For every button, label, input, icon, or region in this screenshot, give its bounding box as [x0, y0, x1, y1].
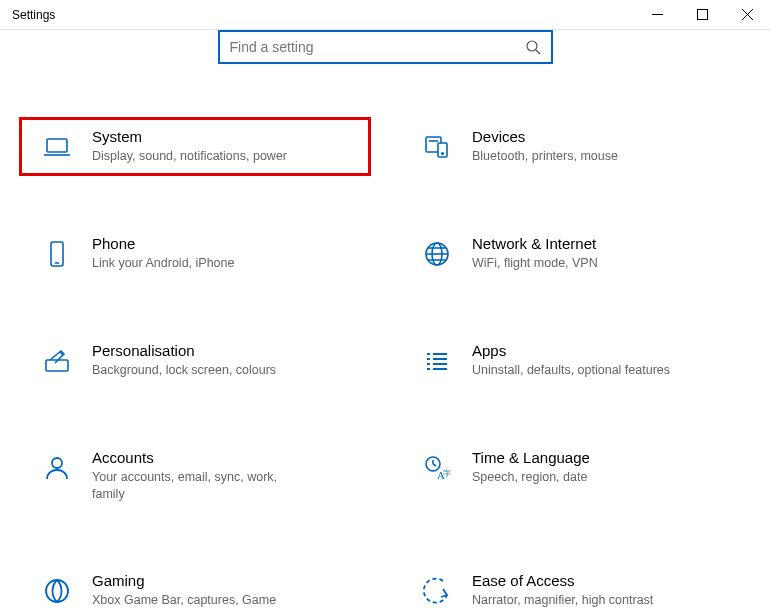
window-controls: [635, 0, 770, 29]
list-icon: [420, 344, 454, 378]
tile-accounts[interactable]: Accounts Your accounts, email, sync, wor…: [20, 439, 370, 513]
close-icon: [742, 9, 753, 20]
svg-point-4: [527, 41, 537, 51]
tile-title: Apps: [472, 342, 670, 359]
svg-rect-6: [47, 139, 67, 152]
tile-title: Devices: [472, 128, 618, 145]
search-box[interactable]: [218, 30, 553, 64]
tile-personalisation[interactable]: Personalisation Background, lock screen,…: [20, 332, 370, 389]
close-button[interactable]: [725, 0, 770, 29]
tile-title: Accounts: [92, 449, 292, 466]
tile-phone[interactable]: Phone Link your Android, iPhone: [20, 225, 370, 282]
tile-title: Personalisation: [92, 342, 276, 359]
tile-subtitle: Link your Android, iPhone: [92, 255, 234, 272]
tile-subtitle: Bluetooth, printers, mouse: [472, 148, 618, 165]
titlebar: Settings: [0, 0, 770, 30]
svg-point-35: [46, 580, 68, 602]
svg-line-32: [433, 464, 436, 466]
devices-icon: [420, 130, 454, 164]
tile-title: Time & Language: [472, 449, 590, 466]
tile-ease-of-access[interactable]: Ease of Access Narrator, magnifier, high…: [400, 562, 750, 609]
tile-title: Ease of Access: [472, 572, 653, 589]
phone-icon: [40, 237, 74, 271]
settings-grid: System Display, sound, notifications, po…: [0, 118, 770, 609]
gaming-icon: [40, 574, 74, 608]
maximize-icon: [697, 9, 708, 20]
tile-subtitle: Narrator, magnifier, high contrast: [472, 592, 653, 609]
person-icon: [40, 451, 74, 485]
search-input[interactable]: [230, 39, 525, 55]
tile-subtitle: Xbox Game Bar, captures, Game Mode: [92, 592, 292, 609]
window-title: Settings: [12, 8, 55, 22]
tile-devices[interactable]: Devices Bluetooth, printers, mouse: [400, 118, 750, 175]
svg-rect-1: [698, 10, 708, 20]
tile-subtitle: Uninstall, defaults, optional features: [472, 362, 670, 379]
svg-line-5: [536, 50, 540, 54]
svg-text:字: 字: [443, 469, 451, 478]
tile-title: Network & Internet: [472, 235, 598, 252]
tile-subtitle: Display, sound, notifications, power: [92, 148, 287, 165]
tile-subtitle: Your accounts, email, sync, work, family: [92, 469, 292, 503]
globe-icon: [420, 237, 454, 271]
tile-subtitle: Speech, region, date: [472, 469, 590, 486]
tile-network[interactable]: Network & Internet WiFi, flight mode, VP…: [400, 225, 750, 282]
tile-apps[interactable]: Apps Uninstall, defaults, optional featu…: [400, 332, 750, 389]
svg-point-29: [52, 458, 62, 468]
tile-title: Gaming: [92, 572, 292, 589]
laptop-icon: [40, 130, 74, 164]
minimize-icon: [652, 9, 663, 20]
maximize-button[interactable]: [680, 0, 725, 29]
ease-of-access-icon: [420, 574, 454, 608]
tile-time-language[interactable]: A 字 Time & Language Speech, region, date: [400, 439, 750, 513]
minimize-button[interactable]: [635, 0, 680, 29]
tile-subtitle: Background, lock screen, colours: [92, 362, 276, 379]
tile-system[interactable]: System Display, sound, notifications, po…: [20, 118, 370, 175]
paintbrush-icon: [40, 344, 74, 378]
tile-subtitle: WiFi, flight mode, VPN: [472, 255, 598, 272]
search-icon: [525, 39, 541, 55]
tile-title: Phone: [92, 235, 234, 252]
tile-gaming[interactable]: Gaming Xbox Game Bar, captures, Game Mod…: [20, 562, 370, 609]
svg-point-10: [442, 153, 444, 155]
tile-title: System: [92, 128, 287, 145]
time-language-icon: A 字: [420, 451, 454, 485]
